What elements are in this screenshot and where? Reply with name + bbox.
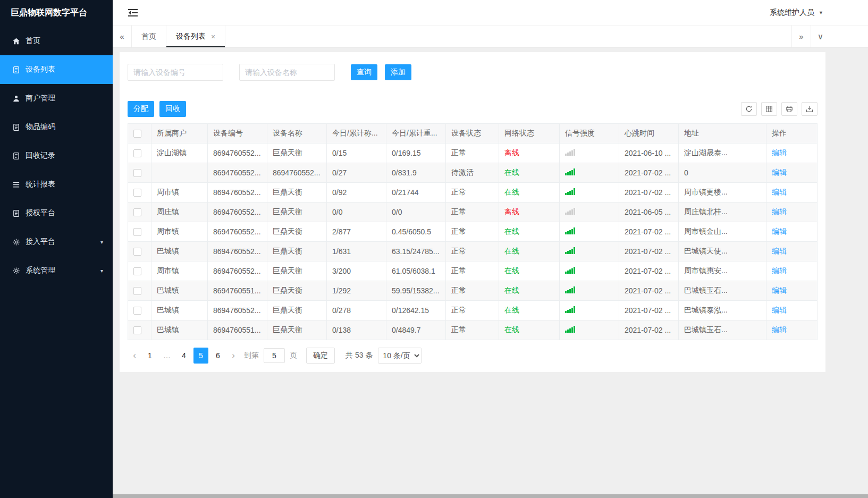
sidebar-item-recycle-record[interactable]: 回收记录 [0,141,113,170]
cell-address: 巴城镇玉石... [679,281,766,301]
edit-link[interactable]: 编辑 [772,168,787,176]
cell-address: 淀山湖晟泰... [679,144,766,163]
row-checkbox[interactable] [133,149,141,157]
select-all-cell [128,124,151,144]
edit-link[interactable]: 编辑 [772,286,787,294]
cell-device-status: 待激活 [446,163,499,183]
sidebar-item-system-mgmt[interactable]: 系统管理▾ [0,256,113,285]
row-checkbox[interactable] [133,326,141,334]
total-count: 共 53 条 [345,351,373,360]
prev-page-icon[interactable]: ‹ [128,348,141,364]
device-list-panel: 查询 添加 分配 回收 [120,52,825,372]
next-page-icon[interactable]: › [226,348,240,364]
tab-device-list[interactable]: 设备列表× [166,26,225,47]
row-checkbox[interactable] [133,208,141,216]
table-row: 8694760552...8694760552...0/270/831.9待激活… [128,163,818,183]
signal-strength-icon [565,247,575,254]
row-checkbox[interactable] [133,228,141,236]
cell-device-no: 8694760552... [208,242,267,261]
refresh-icon[interactable] [741,102,757,116]
cell-checkbox [128,202,151,222]
device-no-input[interactable] [128,64,223,81]
tab-close-icon[interactable]: × [211,33,215,40]
cell-device-no: 8694760552... [208,222,267,242]
table-row: 周市镇8694760552...巨鼎天衡2/8770.45/6050.5正常在线… [128,222,818,242]
tabs-dropdown-icon[interactable]: ∨ [811,26,830,47]
cell-heartbeat: 2021-07-02 ... [619,222,679,242]
query-button[interactable]: 查询 [351,64,377,80]
signal-strength-icon [565,326,575,333]
cell-signal [560,222,619,242]
assign-button[interactable]: 分配 [128,101,154,117]
select-all-checkbox[interactable] [133,130,141,138]
cell-merchant [151,163,208,183]
row-checkbox[interactable] [133,189,141,197]
edit-link[interactable]: 编辑 [772,306,787,314]
print-icon[interactable] [781,102,797,116]
tabs-scroll-left-icon[interactable]: « [113,26,132,47]
page-ellipsis: … [159,348,174,364]
cell-device-no: 8694760552... [208,202,267,222]
sidebar-item-item-code[interactable]: 物品编码 [0,113,113,141]
cell-action: 编辑 [766,261,818,281]
pagination-pages: 1…456 [141,348,226,364]
cell-device-no: 8694760552... [208,261,267,281]
cell-network-status: 离线 [499,202,560,222]
page-number[interactable]: 1 [142,348,157,364]
page-number[interactable]: 5 [193,348,208,364]
sidebar-item-auth-platform[interactable]: 授权平台 [0,199,113,227]
edit-link[interactable]: 编辑 [772,148,787,157]
cell-action: 编辑 [766,163,818,183]
cell-today-count: 0/27 [327,163,386,183]
sidebar-item-stats-report[interactable]: 统计报表 [0,170,113,199]
page-size-select[interactable]: 10 条/页 [378,348,422,364]
recycle-button[interactable]: 回收 [159,101,186,117]
cell-action: 编辑 [766,144,818,163]
cell-device-no: 8694760552... [208,301,267,320]
cell-device-name: 巨鼎天衡 [267,144,327,163]
page-number[interactable]: 4 [176,348,191,364]
export-icon[interactable] [802,102,818,116]
columns-icon[interactable] [761,102,777,116]
add-button[interactable]: 添加 [385,64,411,80]
device-name-input[interactable] [239,64,335,81]
confirm-button[interactable]: 确定 [306,348,335,364]
edit-link[interactable]: 编辑 [772,247,787,255]
edit-link[interactable]: 编辑 [772,266,787,275]
horizontal-scrollbar[interactable] [113,494,868,498]
cell-heartbeat: 2021-07-02 ... [619,301,679,320]
column-header: 心跳时间 [619,124,679,144]
sidebar-item-device-list[interactable]: 设备列表 [0,55,113,84]
row-checkbox[interactable] [133,248,141,256]
cell-device-status: 正常 [446,183,499,202]
goto-page-input[interactable] [264,348,285,363]
page-number[interactable]: 6 [210,348,225,364]
tab-home[interactable]: 首页 [132,26,166,47]
row-checkbox[interactable] [133,287,141,295]
edit-link[interactable]: 编辑 [772,207,787,216]
edit-link[interactable]: 编辑 [772,188,787,196]
row-checkbox[interactable] [133,307,141,315]
column-header: 今日/累计称... [327,124,386,144]
search-bar: 查询 添加 [128,64,818,81]
content: 查询 添加 分配 回收 [113,48,868,498]
sidebar-item-home[interactable]: 首页 [0,27,113,55]
cell-heartbeat: 2021-07-02 ... [619,281,679,301]
edit-link[interactable]: 编辑 [772,227,787,235]
chevron-down-icon: ▾ [100,268,103,274]
user-menu[interactable]: 系统维护人员 ▼ [770,8,823,18]
edit-link[interactable]: 编辑 [772,325,787,334]
sidebar-item-merchant-mgmt[interactable]: 商户管理 [0,84,113,113]
cell-checkbox [128,144,151,163]
tab-label: 设备列表 [176,32,206,41]
cell-action: 编辑 [766,222,818,242]
tabs-scroll-right-icon[interactable]: » [791,26,811,47]
cell-today-count: 2/877 [327,222,386,242]
cell-today-count: 0/0 [327,202,386,222]
row-checkbox[interactable] [133,169,141,177]
row-checkbox[interactable] [133,267,141,275]
sidebar-item-access-platform[interactable]: 接入平台▾ [0,227,113,256]
cell-device-status: 正常 [446,261,499,281]
collapse-sidebar-icon[interactable] [128,9,138,17]
signal-strength-icon [565,168,575,175]
